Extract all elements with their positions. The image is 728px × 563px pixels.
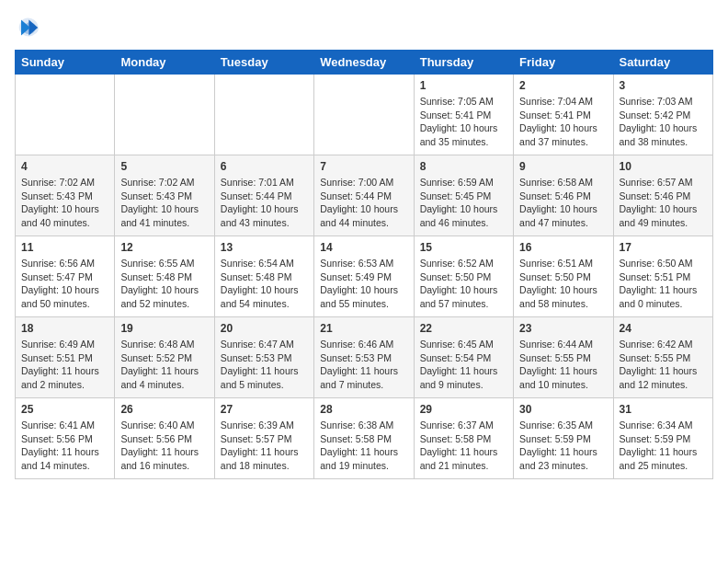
- calendar-cell: 24Sunrise: 6:42 AM Sunset: 5:55 PM Dayli…: [613, 317, 712, 398]
- day-header-tuesday: Tuesday: [214, 51, 313, 75]
- day-info: Sunrise: 6:39 AM Sunset: 5:57 PM Dayligh…: [221, 419, 308, 473]
- calendar-cell: 22Sunrise: 6:45 AM Sunset: 5:54 PM Dayli…: [414, 317, 513, 398]
- calendar-cell: 4Sunrise: 7:02 AM Sunset: 5:43 PM Daylig…: [16, 155, 115, 236]
- day-number: 12: [120, 241, 208, 254]
- day-info: Sunrise: 7:01 AM Sunset: 5:44 PM Dayligh…: [221, 176, 308, 230]
- day-number: 3: [620, 79, 707, 92]
- day-header-row: SundayMondayTuesdayWednesdayThursdayFrid…: [16, 51, 713, 75]
- day-number: 26: [120, 403, 208, 416]
- calendar-week-3: 11Sunrise: 6:56 AM Sunset: 5:47 PM Dayli…: [16, 236, 713, 317]
- day-info: Sunrise: 6:48 AM Sunset: 5:52 PM Dayligh…: [120, 338, 208, 392]
- day-info: Sunrise: 6:59 AM Sunset: 5:45 PM Dayligh…: [420, 176, 507, 230]
- calendar-cell: [16, 75, 115, 155]
- calendar-cell: 23Sunrise: 6:44 AM Sunset: 5:55 PM Dayli…: [514, 317, 613, 398]
- day-number: 22: [420, 322, 507, 335]
- calendar-cell: [214, 75, 313, 155]
- day-info: Sunrise: 6:47 AM Sunset: 5:53 PM Dayligh…: [221, 338, 308, 392]
- day-info: Sunrise: 6:49 AM Sunset: 5:51 PM Dayligh…: [21, 338, 108, 392]
- calendar-cell: 15Sunrise: 6:52 AM Sunset: 5:50 PM Dayli…: [414, 236, 513, 317]
- calendar-cell: 31Sunrise: 6:34 AM Sunset: 5:59 PM Dayli…: [613, 398, 712, 479]
- calendar-cell: 8Sunrise: 6:59 AM Sunset: 5:45 PM Daylig…: [414, 155, 513, 236]
- day-number: 20: [221, 322, 308, 335]
- calendar-cell: 28Sunrise: 6:38 AM Sunset: 5:58 PM Dayli…: [314, 398, 414, 479]
- logo-icon: [15, 15, 40, 40]
- day-info: Sunrise: 6:52 AM Sunset: 5:50 PM Dayligh…: [420, 257, 507, 311]
- day-info: Sunrise: 7:04 AM Sunset: 5:41 PM Dayligh…: [519, 95, 607, 149]
- calendar-cell: 21Sunrise: 6:46 AM Sunset: 5:53 PM Dayli…: [314, 317, 414, 398]
- day-info: Sunrise: 6:51 AM Sunset: 5:50 PM Dayligh…: [519, 257, 607, 311]
- day-header-saturday: Saturday: [613, 51, 712, 75]
- calendar-week-5: 25Sunrise: 6:41 AM Sunset: 5:56 PM Dayli…: [16, 398, 713, 479]
- page-header: [15, 15, 713, 40]
- day-number: 9: [519, 160, 607, 173]
- calendar-cell: 6Sunrise: 7:01 AM Sunset: 5:44 PM Daylig…: [214, 155, 313, 236]
- calendar-cell: 27Sunrise: 6:39 AM Sunset: 5:57 PM Dayli…: [214, 398, 313, 479]
- day-number: 25: [21, 403, 108, 416]
- calendar-week-4: 18Sunrise: 6:49 AM Sunset: 5:51 PM Dayli…: [16, 317, 713, 398]
- day-info: Sunrise: 7:00 AM Sunset: 5:44 PM Dayligh…: [320, 176, 407, 230]
- day-number: 17: [620, 241, 707, 254]
- day-header-wednesday: Wednesday: [314, 51, 414, 75]
- day-number: 21: [320, 322, 407, 335]
- day-number: 6: [221, 160, 308, 173]
- day-header-thursday: Thursday: [414, 51, 513, 75]
- calendar-cell: 26Sunrise: 6:40 AM Sunset: 5:56 PM Dayli…: [115, 398, 214, 479]
- calendar-cell: 20Sunrise: 6:47 AM Sunset: 5:53 PM Dayli…: [214, 317, 313, 398]
- day-number: 14: [320, 241, 407, 254]
- calendar-cell: 12Sunrise: 6:55 AM Sunset: 5:48 PM Dayli…: [115, 236, 214, 317]
- day-number: 15: [420, 241, 507, 254]
- day-number: 24: [620, 322, 707, 335]
- day-info: Sunrise: 6:58 AM Sunset: 5:46 PM Dayligh…: [519, 176, 607, 230]
- day-info: Sunrise: 6:41 AM Sunset: 5:56 PM Dayligh…: [21, 419, 108, 473]
- day-info: Sunrise: 6:34 AM Sunset: 5:59 PM Dayligh…: [620, 419, 707, 473]
- calendar-cell: 19Sunrise: 6:48 AM Sunset: 5:52 PM Dayli…: [115, 317, 214, 398]
- day-info: Sunrise: 6:38 AM Sunset: 5:58 PM Dayligh…: [320, 419, 407, 473]
- day-info: Sunrise: 7:02 AM Sunset: 5:43 PM Dayligh…: [120, 176, 208, 230]
- calendar-cell: 29Sunrise: 6:37 AM Sunset: 5:58 PM Dayli…: [414, 398, 513, 479]
- calendar-cell: 10Sunrise: 6:57 AM Sunset: 5:46 PM Dayli…: [613, 155, 712, 236]
- day-header-monday: Monday: [115, 51, 214, 75]
- day-info: Sunrise: 6:40 AM Sunset: 5:56 PM Dayligh…: [120, 419, 208, 473]
- day-info: Sunrise: 6:56 AM Sunset: 5:47 PM Dayligh…: [21, 257, 108, 311]
- calendar-cell: [115, 75, 214, 155]
- day-number: 18: [21, 322, 108, 335]
- calendar-cell: 7Sunrise: 7:00 AM Sunset: 5:44 PM Daylig…: [314, 155, 414, 236]
- day-number: 1: [420, 79, 507, 92]
- day-info: Sunrise: 6:37 AM Sunset: 5:58 PM Dayligh…: [420, 419, 507, 473]
- day-number: 23: [519, 322, 607, 335]
- calendar-cell: [314, 75, 414, 155]
- calendar-cell: 9Sunrise: 6:58 AM Sunset: 5:46 PM Daylig…: [514, 155, 613, 236]
- day-number: 7: [320, 160, 407, 173]
- calendar-cell: 1Sunrise: 7:05 AM Sunset: 5:41 PM Daylig…: [414, 75, 513, 155]
- calendar-cell: 17Sunrise: 6:50 AM Sunset: 5:51 PM Dayli…: [613, 236, 712, 317]
- day-number: 31: [620, 403, 707, 416]
- calendar-cell: 18Sunrise: 6:49 AM Sunset: 5:51 PM Dayli…: [16, 317, 115, 398]
- calendar-cell: 5Sunrise: 7:02 AM Sunset: 5:43 PM Daylig…: [115, 155, 214, 236]
- day-number: 5: [120, 160, 208, 173]
- calendar-week-2: 4Sunrise: 7:02 AM Sunset: 5:43 PM Daylig…: [16, 155, 713, 236]
- day-number: 27: [221, 403, 308, 416]
- day-info: Sunrise: 6:54 AM Sunset: 5:48 PM Dayligh…: [221, 257, 308, 311]
- day-info: Sunrise: 6:44 AM Sunset: 5:55 PM Dayligh…: [519, 338, 607, 392]
- day-info: Sunrise: 7:02 AM Sunset: 5:43 PM Dayligh…: [21, 176, 108, 230]
- day-info: Sunrise: 6:55 AM Sunset: 5:48 PM Dayligh…: [120, 257, 208, 311]
- calendar-cell: 13Sunrise: 6:54 AM Sunset: 5:48 PM Dayli…: [214, 236, 313, 317]
- day-info: Sunrise: 6:45 AM Sunset: 5:54 PM Dayligh…: [420, 338, 507, 392]
- day-number: 4: [21, 160, 108, 173]
- day-info: Sunrise: 6:42 AM Sunset: 5:55 PM Dayligh…: [620, 338, 707, 392]
- day-number: 2: [519, 79, 607, 92]
- calendar-cell: 30Sunrise: 6:35 AM Sunset: 5:59 PM Dayli…: [514, 398, 613, 479]
- day-number: 11: [21, 241, 108, 254]
- calendar-cell: 3Sunrise: 7:03 AM Sunset: 5:42 PM Daylig…: [613, 75, 712, 155]
- day-number: 28: [320, 403, 407, 416]
- day-number: 16: [519, 241, 607, 254]
- day-info: Sunrise: 7:03 AM Sunset: 5:42 PM Dayligh…: [620, 95, 707, 149]
- day-number: 29: [420, 403, 507, 416]
- logo: [15, 15, 44, 40]
- calendar-table: SundayMondayTuesdayWednesdayThursdayFrid…: [15, 50, 713, 479]
- calendar-cell: 2Sunrise: 7:04 AM Sunset: 5:41 PM Daylig…: [514, 75, 613, 155]
- day-info: Sunrise: 6:53 AM Sunset: 5:49 PM Dayligh…: [320, 257, 407, 311]
- day-info: Sunrise: 6:35 AM Sunset: 5:59 PM Dayligh…: [519, 419, 607, 473]
- day-info: Sunrise: 6:46 AM Sunset: 5:53 PM Dayligh…: [320, 338, 407, 392]
- day-number: 13: [221, 241, 308, 254]
